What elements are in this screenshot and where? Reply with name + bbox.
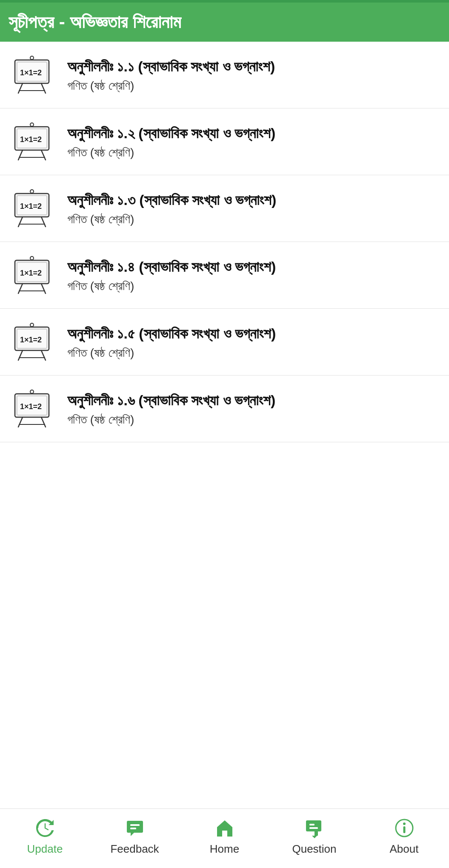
blackboard-icon: 1×1=2 [11, 323, 53, 361]
svg-line-4 [18, 83, 23, 93]
list-item[interactable]: 1×1=2 অনুশীলনীঃ ১.১ (স্বাভাবিক সংখ্যা ও … [0, 42, 449, 108]
nav-home-label: Home [210, 842, 239, 856]
item-title: অনুশীলনীঃ ১.৬ (স্বাভাবিক সংখ্যা ও ভগ্নাং… [67, 390, 440, 411]
svg-point-35 [30, 390, 34, 393]
blackboard-icon-container: 1×1=2 [9, 387, 55, 430]
about-icon [393, 817, 415, 839]
svg-point-21 [30, 256, 34, 260]
svg-text:1×1=2: 1×1=2 [20, 269, 42, 277]
svg-text:1×1=2: 1×1=2 [20, 336, 42, 344]
blackboard-icon: 1×1=2 [11, 256, 53, 294]
header: সূচীপত্র - অভিজ্ঞতার শিরোনাম [0, 3, 449, 42]
item-text: অনুশীলনীঃ ১.৫ (স্বাভাবিক সংখ্যা ও ভগ্নাং… [67, 324, 440, 361]
page-title: সূচীপত্র - অভিজ্ঞতার শিরোনাম [9, 12, 440, 32]
item-title: অনুশীলনীঃ ১.২ (স্বাভাবিক সংখ্যা ও ভগ্নাং… [67, 123, 440, 144]
svg-text:1×1=2: 1×1=2 [20, 202, 42, 211]
svg-point-53 [403, 822, 406, 825]
svg-point-28 [30, 323, 34, 327]
blackboard-icon-container: 1×1=2 [9, 321, 55, 363]
svg-line-25 [18, 284, 23, 293]
svg-marker-45 [131, 833, 134, 836]
item-subtitle: গণিত (ষষ্ঠ শ্রেণি) [67, 213, 440, 227]
item-text: অনুশীলনীঃ ১.৩ (স্বাভাবিক সংখ্যা ও ভগ্নাং… [67, 190, 440, 227]
blackboard-icon: 1×1=2 [11, 122, 53, 161]
item-title: অনুশীলনীঃ ১.৩ (স্বাভাবিক সংখ্যা ও ভগ্নাং… [67, 190, 440, 211]
list-item[interactable]: 1×1=2 অনুশীলনীঃ ১.৫ (স্বাভাবিক সংখ্যা ও … [0, 309, 449, 376]
list-item[interactable]: 1×1=2 অনুশীলনীঃ ১.২ (স্বাভাবিক সংখ্যা ও … [0, 108, 449, 175]
svg-line-5 [41, 83, 46, 93]
question-icon [303, 817, 326, 839]
home-icon [214, 817, 236, 839]
blackboard-icon-container: 1×1=2 [9, 254, 55, 296]
nav-question[interactable]: Question [269, 817, 359, 856]
nav-question-label: Question [292, 842, 336, 856]
svg-rect-52 [403, 826, 405, 833]
blackboard-icon-container: 1×1=2 [9, 187, 55, 230]
item-text: অনুশীলনীঃ ১.৬ (স্বাভাবিক সংখ্যা ও ভগ্নাং… [67, 390, 440, 427]
svg-rect-50 [309, 827, 318, 829]
nav-feedback[interactable]: Feedback [90, 817, 180, 856]
svg-rect-43 [130, 824, 140, 826]
nav-home[interactable]: Home [180, 817, 269, 856]
svg-text:1×1=2: 1×1=2 [20, 402, 42, 411]
item-title: অনুশীলনীঃ ১.৫ (স্বাভাবিক সংখ্যা ও ভগ্নাং… [67, 324, 440, 344]
item-text: অনুশীলনীঃ ১.২ (স্বাভাবিক সংখ্যা ও ভগ্নাং… [67, 123, 440, 160]
blackboard-icon: 1×1=2 [11, 390, 53, 428]
svg-line-12 [41, 150, 46, 160]
svg-line-32 [18, 350, 23, 360]
item-subtitle: গণিত (ষষ্ঠ শ্রেণি) [67, 413, 440, 427]
feedback-icon [124, 817, 146, 839]
item-subtitle: গণিত (ষষ্ঠ শ্রেণি) [67, 146, 440, 160]
blackboard-icon: 1×1=2 [11, 189, 53, 228]
nav-about[interactable]: About [359, 817, 449, 856]
list-item[interactable]: 1×1=2 অনুশীলনীঃ ১.৩ (স্বাভাবিক সংখ্যা ও … [0, 175, 449, 242]
list-item[interactable]: 1×1=2 অনুশীলনীঃ ১.৪ (স্বাভাবিক সংখ্যা ও … [0, 242, 449, 309]
bottom-nav: Update Feedback Home [0, 808, 449, 868]
svg-point-7 [30, 123, 34, 126]
item-subtitle: গণিত (ষষ্ঠ শ্রেণি) [67, 79, 440, 93]
nav-update[interactable]: Update [0, 817, 90, 856]
svg-point-14 [30, 190, 34, 193]
svg-rect-44 [130, 828, 136, 829]
blackboard-icon: 1×1=2 [11, 56, 53, 94]
svg-rect-42 [127, 821, 143, 833]
svg-line-19 [41, 217, 46, 227]
svg-line-18 [18, 217, 23, 227]
item-title: অনুশীলনীঃ ১.১ (স্বাভাবিক সংখ্যা ও ভগ্নাং… [67, 57, 440, 77]
update-icon [34, 817, 56, 839]
content-list: 1×1=2 অনুশীলনীঃ ১.১ (স্বাভাবিক সংখ্যা ও … [0, 42, 449, 808]
blackboard-icon-container: 1×1=2 [9, 54, 55, 96]
list-item[interactable]: 1×1=2 অনুশীলনীঃ ১.৬ (স্বাভাবিক সংখ্যা ও … [0, 376, 449, 442]
svg-point-0 [30, 56, 34, 60]
svg-line-33 [41, 350, 46, 360]
item-title: অনুশীলনীঃ ১.৪ (স্বাভাবিক সংখ্যা ও ভগ্নাং… [67, 257, 440, 277]
svg-rect-47 [315, 831, 318, 836]
blackboard-icon-container: 1×1=2 [9, 120, 55, 163]
nav-about-label: About [390, 842, 419, 856]
svg-text:1×1=2: 1×1=2 [20, 68, 42, 77]
item-text: অনুশীলনীঃ ১.৪ (স্বাভাবিক সংখ্যা ও ভগ্নাং… [67, 257, 440, 294]
nav-feedback-label: Feedback [110, 842, 159, 856]
item-subtitle: গণিত (ষষ্ঠ শ্রেণি) [67, 279, 440, 293]
svg-line-39 [18, 417, 23, 427]
svg-marker-48 [312, 836, 317, 838]
svg-line-26 [41, 284, 46, 293]
item-subtitle: গণিত (ষষ্ঠ শ্রেণি) [67, 346, 440, 360]
nav-update-label: Update [27, 842, 63, 856]
svg-rect-49 [309, 824, 315, 825]
svg-text:1×1=2: 1×1=2 [20, 135, 42, 144]
svg-line-11 [18, 150, 23, 160]
item-text: অনুশীলনীঃ ১.১ (স্বাভাবিক সংখ্যা ও ভগ্নাং… [67, 57, 440, 94]
svg-rect-46 [306, 820, 321, 831]
svg-line-40 [41, 417, 46, 427]
